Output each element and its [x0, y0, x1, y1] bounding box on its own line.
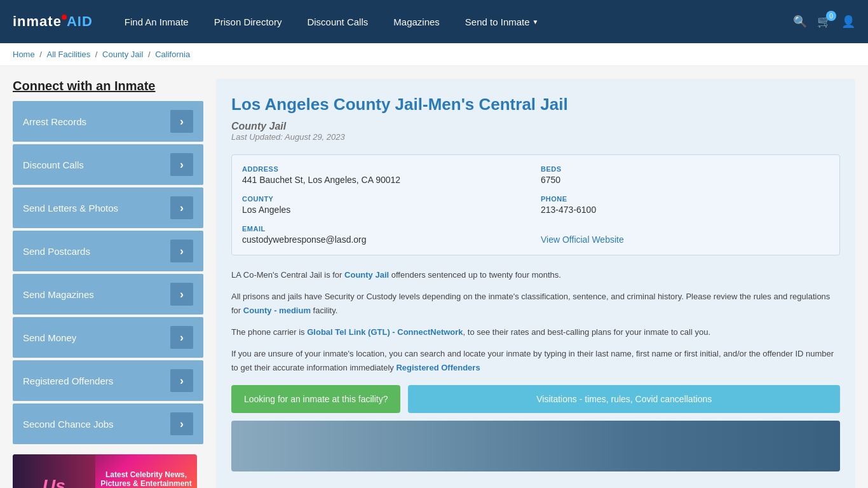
arrow-icon: › — [170, 369, 193, 392]
sidebar-item-arrest-records[interactable]: Arrest Records › — [13, 101, 203, 142]
beds-label: BEDS — [541, 165, 829, 173]
breadcrumb-county-jail[interactable]: County Jail — [102, 50, 143, 59]
nav-find-inmate[interactable]: Find An Inmate — [112, 0, 201, 43]
sidebar-item-label: Second Chance Jobs — [23, 419, 114, 430]
sidebar-item-label: Registered Offenders — [23, 376, 113, 386]
sidebar-item-label: Send Postcards — [23, 246, 90, 257]
arrow-icon: › — [170, 240, 193, 262]
breadcrumb-all-facilities[interactable]: All Facilities — [47, 50, 91, 59]
phone-label: PHONE — [541, 195, 829, 203]
logo[interactable]: inmateAID — [13, 13, 93, 30]
site-header: inmateAID Find An Inmate Prison Director… — [0, 0, 868, 43]
sidebar-item-label: Send Magazines — [23, 289, 94, 300]
logo-text: inmateAID — [13, 13, 93, 30]
arrow-icon: › — [170, 196, 193, 219]
info-county: COUNTY Los Angeles — [242, 195, 531, 215]
info-phone: PHONE 213-473-6100 — [541, 195, 829, 215]
info-website: View Official Website — [541, 225, 829, 245]
county-value: Los Angeles — [242, 205, 531, 215]
facility-description: LA Co-Men's Central Jail is for County J… — [231, 268, 840, 376]
sidebar-item-send-postcards[interactable]: Send Postcards › — [13, 231, 203, 271]
main-content: Connect with an Inmate Arrest Records › … — [0, 66, 868, 488]
breadcrumb-home[interactable]: Home — [13, 50, 35, 59]
nav-magazines[interactable]: Magazines — [381, 0, 452, 43]
sidebar-item-label: Send Money — [23, 332, 76, 343]
address-label: ADDRESS — [242, 165, 531, 173]
registered-offenders-link[interactable]: Registered Offenders — [396, 363, 480, 372]
nav-prison-directory[interactable]: Prison Directory — [201, 0, 295, 43]
breadcrumb-sep-1: / — [39, 50, 44, 59]
sidebar-item-send-magazines[interactable]: Send Magazines › — [13, 274, 203, 315]
sidebar-item-second-chance-jobs[interactable]: Second Chance Jobs › — [13, 403, 203, 444]
logo-inmate: inmate — [13, 13, 62, 29]
beds-value: 6750 — [541, 175, 829, 185]
cart-icon[interactable]: 🛒 0 — [817, 15, 831, 29]
sidebar-item-discount-calls[interactable]: Discount Calls › — [13, 144, 203, 185]
facility-name: Los Angeles County Jail-Men's Central Ja… — [231, 94, 840, 116]
logo-aid: AID — [67, 13, 93, 29]
sidebar-item-send-letters[interactable]: Send Letters & Photos › — [13, 187, 203, 228]
facility-updated: Last Updated: August 29, 2023 — [231, 132, 840, 142]
sidebar-item-registered-offenders[interactable]: Registered Offenders › — [13, 360, 203, 401]
visitations-button[interactable]: Visitations - times, rules, Covid cancel… — [408, 385, 840, 413]
sidebar-item-send-money[interactable]: Send Money › — [13, 317, 203, 358]
nav-discount-calls[interactable]: Discount Calls — [294, 0, 381, 43]
cart-badge: 0 — [826, 11, 836, 21]
ad-brand: Us — [43, 476, 65, 488]
arrow-icon: › — [170, 110, 193, 133]
desc-para-1: LA Co-Men's Central Jail is for County J… — [231, 268, 840, 282]
main-nav: Find An Inmate Prison Directory Discount… — [112, 0, 793, 43]
search-icon[interactable]: 🔍 — [793, 15, 807, 29]
arrow-icon: › — [170, 153, 193, 176]
desc-para-2: All prisons and jails have Security or C… — [231, 290, 840, 318]
breadcrumb-california[interactable]: California — [155, 50, 190, 59]
find-inmate-button[interactable]: Looking for an inmate at this facility? — [231, 385, 400, 413]
info-beds: BEDS 6750 — [541, 165, 829, 185]
advertisement: Us Latest Celebrity News, Pictures & Ent… — [13, 454, 197, 488]
ad-text: Latest Celebrity News, Pictures & Entert… — [95, 465, 197, 489]
info-email: EMAIL custodywebresponse@lasd.org — [242, 225, 531, 245]
county-medium-link[interactable]: County - medium — [243, 306, 311, 315]
phone-value: 213-473-6100 — [541, 205, 829, 215]
arrow-icon: › — [170, 283, 193, 306]
header-icons: 🔍 🛒 0 👤 — [793, 15, 855, 29]
nav-send-to-inmate[interactable]: Send to Inmate ▼ — [452, 0, 552, 43]
website-label-blank — [541, 225, 829, 233]
gtl-link[interactable]: Global Tel Link (GTL) - ConnectNetwork — [307, 327, 463, 337]
breadcrumb: Home / All Facilities / County Jail / Ca… — [0, 43, 868, 66]
view-official-website-link[interactable]: View Official Website — [541, 234, 624, 245]
breadcrumb-sep-2: / — [95, 50, 100, 59]
facility-content: Los Angeles County Jail-Men's Central Ja… — [216, 79, 855, 488]
sidebar: Connect with an Inmate Arrest Records › … — [13, 79, 203, 488]
breadcrumb-sep-3: / — [148, 50, 153, 59]
user-icon[interactable]: 👤 — [841, 15, 855, 29]
photo-strip-inner — [231, 421, 840, 471]
desc-para-4: If you are unsure of your inmate's locat… — [231, 347, 840, 375]
arrow-icon: › — [170, 326, 193, 349]
arrow-icon: › — [170, 412, 193, 435]
sidebar-item-label: Arrest Records — [23, 116, 86, 127]
county-label: COUNTY — [242, 195, 531, 203]
county-jail-link-1[interactable]: County Jail — [344, 270, 389, 280]
sidebar-item-label: Discount Calls — [23, 159, 84, 170]
desc-para-3: The phone carrier is Global Tel Link (GT… — [231, 325, 840, 339]
ad-title: Latest Celebrity News, Pictures & Entert… — [100, 470, 192, 488]
facility-info-grid: ADDRESS 441 Bauchet St, Los Angeles, CA … — [231, 154, 840, 255]
sidebar-item-label: Send Letters & Photos — [23, 203, 118, 214]
email-value: custodywebresponse@lasd.org — [242, 234, 531, 245]
ad-image: Us — [13, 454, 95, 488]
logo-dot — [62, 15, 67, 20]
facility-photo-strip — [231, 421, 840, 471]
sidebar-title: Connect with an Inmate — [13, 79, 203, 93]
address-value: 441 Bauchet St, Los Angeles, CA 90012 — [242, 175, 531, 185]
sidebar-menu: Arrest Records › Discount Calls › Send L… — [13, 101, 203, 444]
info-address: ADDRESS 441 Bauchet St, Los Angeles, CA … — [242, 165, 531, 185]
email-label: EMAIL — [242, 225, 531, 233]
action-buttons: Looking for an inmate at this facility? … — [231, 385, 840, 413]
chevron-down-icon: ▼ — [532, 18, 539, 25]
facility-type: County Jail — [231, 121, 840, 132]
